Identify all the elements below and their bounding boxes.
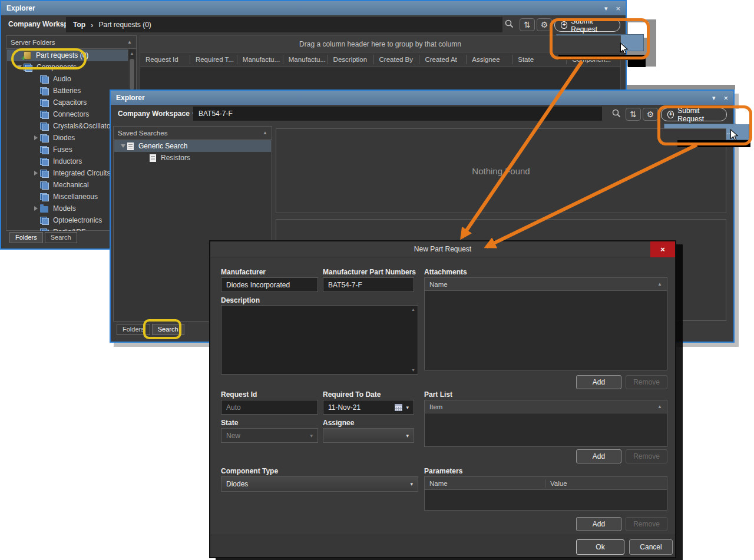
component-folder-icon	[40, 146, 49, 154]
sync-button[interactable]: ⇅	[520, 18, 535, 31]
saved-search-label: Generic Search	[138, 142, 187, 150]
part-list-remove-button[interactable]: Remove	[626, 449, 667, 463]
chevron-down-icon: ▾	[410, 481, 413, 487]
component-type-dropdown[interactable]: Diodes ▾	[221, 476, 418, 492]
saved-search-label: Resistors	[161, 154, 190, 162]
gear-button[interactable]: ⚙	[643, 108, 658, 121]
part-list-table[interactable]: Item ▲	[424, 400, 667, 447]
dialog-close-button[interactable]: ×	[650, 241, 675, 257]
component-type-value: Diodes	[226, 480, 248, 488]
saved-searches-list: Generic Search Resistors	[114, 140, 271, 164]
breadcrumb[interactable]: Top › Part requests (0)	[66, 17, 502, 32]
state-dropdown[interactable]: New ▾	[221, 428, 318, 443]
dialog-titlebar[interactable]: New Part Request	[210, 241, 675, 257]
sync-button[interactable]: ⇅	[626, 108, 641, 121]
group-by-hint[interactable]: Drag a column header here to group by th…	[140, 36, 620, 52]
chevron-down-icon: ▾	[310, 433, 313, 439]
sync-icon: ⇅	[630, 110, 637, 119]
tree-item-label: Batteries	[53, 87, 81, 95]
search-input[interactable]: BAT54-7-F	[193, 107, 602, 121]
tree-item-label: Audio	[53, 75, 71, 83]
attachments-add-button[interactable]: Add	[576, 375, 621, 389]
parameters-table[interactable]: Name Value	[424, 476, 667, 511]
part-list-add-button[interactable]: Add	[576, 449, 621, 463]
column-header[interactable]: Required T...	[190, 55, 237, 64]
expand-closed-icon[interactable]	[34, 206, 38, 211]
parameters-label: Parameters	[424, 467, 462, 475]
column-header[interactable]: Manufactu...	[283, 55, 328, 64]
parameters-add-button[interactable]: Add	[576, 517, 621, 531]
component-folder-icon	[40, 122, 49, 130]
tree-item-label: Connectors	[53, 110, 89, 118]
server-folders-header[interactable]: Server Folders ▲	[6, 36, 136, 49]
sort-asc-icon[interactable]: ▲	[657, 404, 662, 409]
attachments-column-header[interactable]: Name ▲	[425, 278, 667, 291]
column-header[interactable]: Created By	[373, 55, 419, 64]
date-controls[interactable]: ▾	[395, 403, 409, 411]
breadcrumb-current: Part requests (0)	[98, 21, 151, 29]
scrollbar-thumb[interactable]	[130, 59, 134, 90]
tree-item-audio[interactable]: Audio	[7, 73, 128, 85]
attachments-remove-button[interactable]: Remove	[626, 375, 667, 389]
breadcrumb-root[interactable]: Top	[73, 21, 85, 29]
column-header[interactable]: Assignee	[466, 55, 512, 64]
assignee-dropdown[interactable]: ▾	[323, 428, 414, 443]
grid-column-headers: Request Id Required T... Manufactu... Ma…	[140, 52, 620, 67]
tab-search[interactable]: Search	[45, 232, 77, 243]
annotation-yellow-ellipse-part-requests	[11, 48, 87, 69]
manufacturer-label: Manufacturer	[221, 268, 266, 276]
gear-icon: ⚙	[647, 110, 654, 119]
panel-menu-icon[interactable]: ▾	[604, 5, 608, 12]
saved-searches-header[interactable]: Saved Searches ▲	[114, 127, 272, 140]
collapse-icon[interactable]: ▲	[127, 39, 132, 45]
collapse-icon[interactable]: ▲	[263, 130, 267, 135]
column-header[interactable]: Request Id	[140, 55, 190, 64]
expand-closed-icon[interactable]	[34, 135, 38, 140]
attachments-table[interactable]: Name ▲	[424, 277, 667, 370]
tree-item-label: Models	[53, 204, 76, 213]
expand-open-icon[interactable]	[121, 144, 125, 148]
scroll-up-icon[interactable]: ▲	[128, 49, 135, 55]
window1-titlebar[interactable]: Explorer ▾ ×	[1, 1, 626, 15]
search-icon[interactable]	[504, 18, 514, 31]
column-header[interactable]: Manufactu...	[237, 55, 283, 64]
window2-titlebar[interactable]: Explorer ▾ ×	[111, 91, 733, 105]
ok-button[interactable]: Ok	[576, 539, 624, 555]
column-header[interactable]: Created At	[419, 55, 466, 64]
column-name[interactable]: Name	[425, 479, 545, 488]
close-icon[interactable]: ×	[723, 94, 728, 102]
mpn-field[interactable]: BAT54-7-F	[323, 277, 414, 292]
assignee-label: Assignee	[323, 419, 354, 427]
description-field[interactable]: ▲ ▼	[221, 305, 418, 375]
component-folder-icon	[40, 181, 49, 189]
scroll-down-icon[interactable]: ▼	[411, 368, 415, 372]
parameters-remove-button[interactable]: Remove	[626, 517, 667, 531]
breadcrumb-separator-icon: ›	[91, 21, 93, 29]
manufacturer-field[interactable]: Diodes Incorporated	[221, 277, 318, 292]
saved-search-generic[interactable]: Generic Search	[114, 140, 271, 152]
required-to-date-value: 11-Nov-21	[328, 403, 361, 412]
column-item: Item	[429, 403, 442, 410]
part-list-column-header[interactable]: Item ▲	[425, 400, 667, 413]
scroll-up-icon[interactable]: ▲	[411, 307, 415, 312]
parameters-column-headers[interactable]: Name Value	[425, 477, 667, 490]
request-id-field[interactable]: Auto	[221, 400, 318, 415]
saved-search-resistors[interactable]: Resistors	[114, 152, 271, 164]
request-id-label: Request Id	[221, 390, 257, 399]
column-value[interactable]: Value	[545, 480, 567, 487]
tree-item-label: Capacitors	[53, 98, 87, 107]
column-header[interactable]: Description	[328, 55, 373, 64]
manufacturer-value: Diodes Incorporated	[226, 281, 290, 289]
sort-asc-icon[interactable]: ▲	[657, 281, 662, 287]
tab-folders[interactable]: Folders	[9, 232, 43, 243]
mouse-pointer	[619, 42, 629, 57]
component-folder-icon	[40, 217, 49, 224]
workspace-selector[interactable]: Company Workspace ▾	[118, 110, 195, 118]
close-icon[interactable]: ×	[616, 4, 620, 13]
calendar-icon	[395, 403, 402, 411]
search-icon[interactable]	[611, 108, 621, 121]
required-to-date-field[interactable]: 11-Nov-21 ▾	[323, 400, 414, 415]
expand-closed-icon[interactable]	[34, 171, 38, 175]
panel-menu-icon[interactable]: ▾	[712, 94, 716, 102]
cancel-button[interactable]: Cancel	[629, 539, 673, 555]
